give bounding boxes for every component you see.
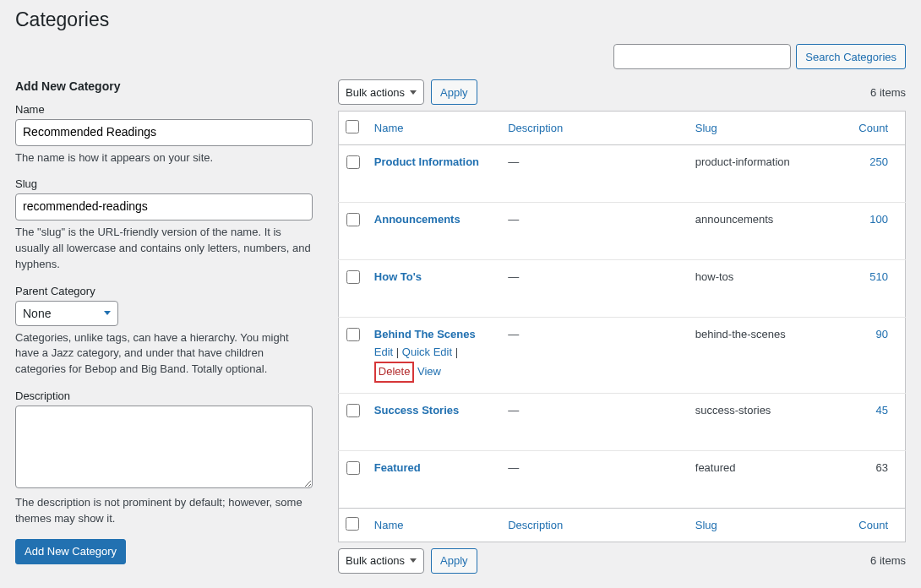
row-checkbox[interactable] bbox=[346, 155, 360, 169]
name-help: The name is how it appears on your site. bbox=[15, 150, 313, 166]
chevron-down-icon bbox=[410, 558, 417, 563]
category-slug: success-stories bbox=[689, 393, 849, 450]
table-row: Featured—featured63 bbox=[339, 450, 906, 508]
category-name-link[interactable]: Success Stories bbox=[374, 404, 459, 416]
add-category-form: Add New Category Name The name is how it… bbox=[15, 79, 313, 564]
category-slug: product-information bbox=[689, 145, 849, 203]
category-count-link[interactable]: 250 bbox=[869, 155, 888, 168]
table-row: Behind The ScenesEdit | Quick Edit | Del… bbox=[339, 318, 906, 394]
parent-category-select[interactable]: None bbox=[15, 301, 118, 326]
delete-action[interactable]: Delete bbox=[374, 362, 415, 383]
row-checkbox[interactable] bbox=[346, 328, 360, 341]
bulk-actions-select-bottom[interactable]: Bulk actions bbox=[338, 548, 424, 574]
search-form: Search Categories bbox=[15, 44, 906, 69]
row-checkbox[interactable] bbox=[346, 404, 360, 417]
edit-action[interactable]: Edit bbox=[374, 346, 393, 358]
bulk-actions-label: Bulk actions bbox=[346, 554, 405, 567]
category-name-link[interactable]: Featured bbox=[374, 461, 421, 474]
column-description-header[interactable]: Description bbox=[508, 122, 563, 134]
search-input[interactable] bbox=[613, 44, 791, 69]
row-checkbox[interactable] bbox=[346, 461, 360, 475]
category-description: — bbox=[501, 393, 689, 450]
name-input[interactable] bbox=[15, 119, 313, 146]
view-action[interactable]: View bbox=[417, 365, 441, 378]
category-description: — bbox=[501, 145, 689, 203]
category-name-link[interactable]: Announcements bbox=[374, 213, 460, 226]
add-new-category-button[interactable]: Add New Category bbox=[15, 539, 126, 564]
description-label: Description bbox=[15, 389, 313, 402]
select-all-bottom-checkbox[interactable] bbox=[346, 517, 359, 531]
column-slug-footer[interactable]: Slug bbox=[695, 519, 717, 531]
select-all-top-checkbox[interactable] bbox=[346, 120, 359, 133]
description-textarea[interactable] bbox=[15, 406, 313, 488]
category-description: — bbox=[501, 260, 689, 318]
category-count-link[interactable]: 45 bbox=[876, 404, 888, 416]
column-slug-header[interactable]: Slug bbox=[695, 122, 717, 134]
name-label: Name bbox=[15, 103, 313, 116]
bulk-actions-label: Bulk actions bbox=[346, 86, 405, 99]
categories-table: Name Description Slug Count Product Info… bbox=[338, 111, 906, 542]
parent-category-value: None bbox=[23, 307, 51, 320]
category-count-link[interactable]: 90 bbox=[876, 328, 888, 340]
parent-category-help: Categories, unlike tags, can have a hier… bbox=[15, 330, 313, 378]
column-name-footer[interactable]: Name bbox=[374, 519, 404, 531]
categories-list: Bulk actions Apply 6 items Name Descript… bbox=[338, 79, 906, 580]
table-row: Success Stories—success-stories45 bbox=[339, 393, 906, 450]
row-actions: Edit | Quick Edit | Delete View bbox=[374, 344, 494, 383]
slug-label: Slug bbox=[15, 177, 313, 190]
tablenav-top: Bulk actions Apply 6 items bbox=[338, 79, 906, 105]
item-count-top: 6 items bbox=[870, 86, 906, 99]
apply-button-top[interactable]: Apply bbox=[431, 79, 477, 105]
category-slug: how-tos bbox=[689, 260, 849, 318]
category-count: 63 bbox=[876, 461, 888, 474]
quick-edit-action[interactable]: Quick Edit bbox=[402, 346, 452, 358]
chevron-down-icon bbox=[410, 90, 417, 95]
row-checkbox[interactable] bbox=[346, 270, 360, 284]
page-title: Categories bbox=[15, 8, 906, 31]
item-count-bottom: 6 items bbox=[870, 554, 906, 567]
column-count-footer[interactable]: Count bbox=[858, 519, 888, 531]
table-row: Product Information—product-information2… bbox=[339, 145, 906, 203]
category-name-link[interactable]: Behind The Scenes bbox=[374, 328, 476, 340]
table-row: Announcements—announcements100 bbox=[339, 203, 906, 260]
category-count-link[interactable]: 100 bbox=[869, 213, 888, 226]
category-name-link[interactable]: How To's bbox=[374, 270, 422, 283]
apply-button-bottom[interactable]: Apply bbox=[431, 548, 477, 574]
category-description: — bbox=[501, 450, 689, 508]
search-categories-button[interactable]: Search Categories bbox=[796, 44, 906, 69]
table-row: How To's—how-tos510 bbox=[339, 260, 906, 318]
tablenav-bottom: Bulk actions Apply 6 items bbox=[338, 548, 906, 574]
form-heading: Add New Category bbox=[15, 79, 313, 93]
category-slug: behind-the-scenes bbox=[689, 318, 849, 394]
slug-input[interactable] bbox=[15, 193, 313, 220]
slug-help: The "slug" is the URL-friendly version o… bbox=[15, 225, 313, 273]
category-name-link[interactable]: Product Information bbox=[374, 155, 479, 168]
parent-category-label: Parent Category bbox=[15, 285, 313, 297]
description-help: The description is not prominent by defa… bbox=[15, 495, 313, 527]
bulk-actions-select-top[interactable]: Bulk actions bbox=[338, 79, 424, 105]
category-description: — bbox=[501, 203, 689, 260]
column-name-header[interactable]: Name bbox=[374, 122, 404, 134]
column-count-header[interactable]: Count bbox=[858, 122, 888, 134]
chevron-down-icon bbox=[104, 311, 111, 315]
category-slug: announcements bbox=[689, 203, 849, 260]
category-count-link[interactable]: 510 bbox=[869, 270, 888, 283]
category-description: — bbox=[501, 318, 689, 394]
row-checkbox[interactable] bbox=[346, 213, 360, 226]
category-slug: featured bbox=[689, 450, 849, 508]
column-description-footer[interactable]: Description bbox=[508, 519, 563, 531]
